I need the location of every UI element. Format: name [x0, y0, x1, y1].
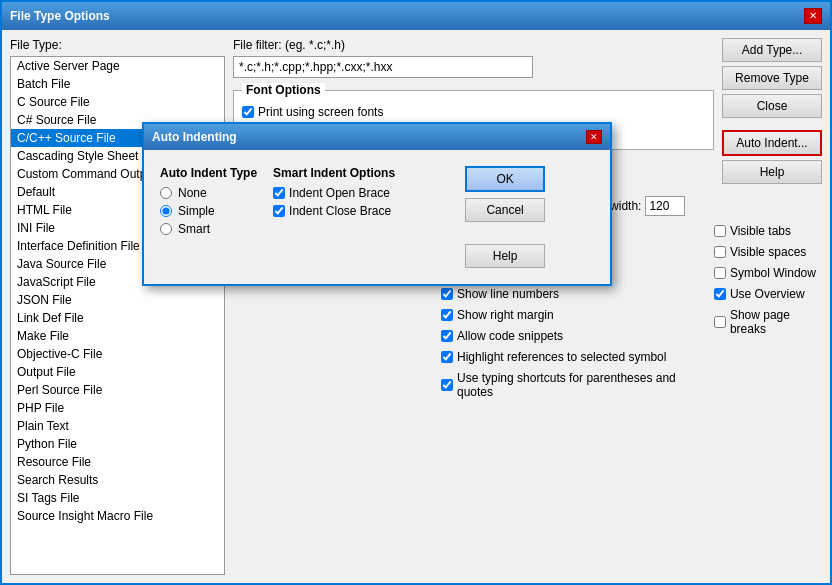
auto-indent-dialog: Auto Indenting ✕ Auto Indent Type None S… — [142, 122, 612, 286]
main-window: File Type Options ✕ File Type: Active Se… — [0, 0, 832, 585]
visible-tabs-row: Visible tabs — [714, 224, 822, 238]
visible-spaces-label: Visible spaces — [730, 245, 807, 259]
dialog-title: Auto Indenting — [152, 130, 237, 144]
show-right-margin-label: Show right margin — [457, 308, 554, 322]
list-item[interactable]: Active Server Page — [11, 57, 224, 75]
dialog-title-bar: Auto Indenting ✕ — [144, 124, 610, 150]
show-right-margin-row: Show right margin — [441, 308, 698, 322]
radio-simple-label: Simple — [178, 204, 215, 218]
dialog-body: Auto Indent Type None Simple Smart Smart… — [144, 150, 610, 284]
add-type-button[interactable]: Add Type... — [722, 38, 822, 62]
show-page-breaks-label: Show page breaks — [730, 308, 822, 336]
radio-none[interactable] — [160, 187, 172, 199]
main-content: File Type: Active Server PageBatch FileC… — [2, 30, 830, 583]
show-page-breaks-row: Show page breaks — [714, 308, 822, 336]
dialog-close-button[interactable]: ✕ — [586, 130, 602, 144]
title-bar-controls: ✕ — [804, 8, 822, 24]
file-filter-input[interactable] — [233, 56, 533, 78]
list-item[interactable]: Link Def File — [11, 309, 224, 327]
show-line-numbers-checkbox[interactable] — [441, 288, 453, 300]
list-item[interactable]: Python File — [11, 435, 224, 453]
print-screen-fonts-checkbox[interactable] — [242, 106, 254, 118]
file-filter-label: File filter: (eg. *.c;*.h) — [233, 38, 714, 52]
title-bar: File Type Options ✕ — [2, 2, 830, 30]
list-item[interactable]: Resource File — [11, 453, 224, 471]
options-col-right: Visible tabs Visible spaces Symbol Windo… — [714, 224, 822, 403]
indent-close-brace-checkbox[interactable] — [273, 205, 285, 217]
symbol-window-checkbox[interactable] — [714, 267, 726, 279]
dialog-cancel-button[interactable]: Cancel — [465, 198, 545, 222]
margin-width-input[interactable] — [645, 196, 685, 216]
close-button[interactable]: Close — [722, 94, 822, 118]
show-right-margin-checkbox[interactable] — [441, 309, 453, 321]
indent-close-brace-row: Indent Close Brace — [273, 204, 433, 218]
use-overview-label: Use Overview — [730, 287, 805, 301]
dialog-help-button[interactable]: Help — [465, 244, 545, 268]
symbol-window-row: Symbol Window — [714, 266, 822, 280]
window-close-button[interactable]: ✕ — [804, 8, 822, 24]
radio-none-label: None — [178, 186, 207, 200]
list-item[interactable]: Output File — [11, 363, 224, 381]
show-line-numbers-row: Show line numbers — [441, 287, 698, 301]
print-screen-fonts-label: Print using screen fonts — [258, 105, 383, 119]
indent-open-brace-label: Indent Open Brace — [289, 186, 390, 200]
list-item[interactable]: Perl Source File — [11, 381, 224, 399]
smart-indent-label: Smart Indent Options — [273, 166, 433, 180]
list-item[interactable]: Make File — [11, 327, 224, 345]
indent-type-label: Auto Indent Type — [160, 166, 257, 180]
symbol-window-label: Symbol Window — [730, 266, 816, 280]
right-panel: File filter: (eg. *.c;*.h) Font Options … — [233, 38, 822, 575]
list-item[interactable]: Objective-C File — [11, 345, 224, 363]
help-button[interactable]: Help — [722, 160, 822, 184]
highlight-references-checkbox[interactable] — [441, 351, 453, 363]
list-item[interactable]: SI Tags File — [11, 489, 224, 507]
list-item[interactable]: Search Results — [11, 471, 224, 489]
radio-none-row: None — [160, 186, 257, 200]
auto-indent-button[interactable]: Auto Indent... — [722, 130, 822, 156]
use-typing-shortcuts-label: Use typing shortcuts for parentheses and… — [457, 371, 698, 399]
window-title: File Type Options — [10, 9, 110, 23]
show-line-numbers-label: Show line numbers — [457, 287, 559, 301]
visible-tabs-checkbox[interactable] — [714, 225, 726, 237]
left-panel: File Type: Active Server PageBatch FileC… — [10, 38, 225, 575]
allow-code-snippets-checkbox[interactable] — [441, 330, 453, 342]
radio-simple[interactable] — [160, 205, 172, 217]
highlight-references-row: Highlight references to selected symbol — [441, 350, 698, 364]
allow-code-snippets-row: Allow code snippets — [441, 329, 698, 343]
use-typing-shortcuts-checkbox[interactable] — [441, 379, 453, 391]
remove-type-button[interactable]: Remove Type — [722, 66, 822, 90]
dialog-indent-type: Auto Indent Type None Simple Smart — [160, 166, 257, 268]
indent-open-brace-row: Indent Open Brace — [273, 186, 433, 200]
visible-tabs-label: Visible tabs — [730, 224, 791, 238]
highlight-references-label: Highlight references to selected symbol — [457, 350, 666, 364]
dialog-ok-button[interactable]: OK — [465, 166, 545, 192]
radio-simple-row: Simple — [160, 204, 257, 218]
list-item[interactable]: PHP File — [11, 399, 224, 417]
list-item[interactable]: Plain Text — [11, 417, 224, 435]
indent-close-brace-label: Indent Close Brace — [289, 204, 391, 218]
file-type-label: File Type: — [10, 38, 225, 52]
action-buttons: Add Type... Remove Type Close Auto Inden… — [722, 38, 822, 184]
use-overview-row: Use Overview — [714, 287, 822, 301]
list-item[interactable]: JSON File — [11, 291, 224, 309]
radio-smart-row: Smart — [160, 222, 257, 236]
list-item[interactable]: Batch File — [11, 75, 224, 93]
list-item[interactable]: C Source File — [11, 93, 224, 111]
dialog-buttons: OK Cancel Help — [465, 166, 545, 268]
visible-spaces-checkbox[interactable] — [714, 246, 726, 258]
print-screen-fonts-row: Print using screen fonts — [242, 105, 705, 119]
visible-spaces-row: Visible spaces — [714, 245, 822, 259]
allow-code-snippets-label: Allow code snippets — [457, 329, 563, 343]
dialog-smart-options: Smart Indent Options Indent Open Brace I… — [273, 166, 433, 268]
radio-smart[interactable] — [160, 223, 172, 235]
list-item[interactable]: Source Insight Macro File — [11, 507, 224, 525]
radio-smart-label: Smart — [178, 222, 210, 236]
use-typing-shortcuts-row: Use typing shortcuts for parentheses and… — [441, 371, 698, 399]
font-options-label: Font Options — [242, 83, 325, 97]
use-overview-checkbox[interactable] — [714, 288, 726, 300]
show-page-breaks-checkbox[interactable] — [714, 316, 726, 328]
indent-open-brace-checkbox[interactable] — [273, 187, 285, 199]
